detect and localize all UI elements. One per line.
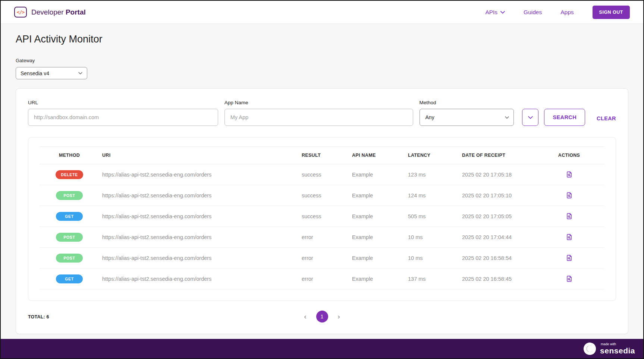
activity-monitor-card: URL App Name Method Any [16, 88, 628, 334]
table-row: POST https://alias-api-tst2.sensedia-eng… [40, 248, 604, 269]
nav-item-apis[interactable]: APIs [485, 9, 505, 16]
latency-cell: 505 ms [405, 206, 459, 227]
latency-cell: 10 ms [405, 248, 459, 269]
column-header-api-name: API NAME [349, 147, 405, 164]
method-badge: POST [56, 191, 83, 200]
api-name-cell: Example [349, 185, 405, 206]
sign-out-button[interactable]: SIGN OUT [593, 6, 630, 19]
file-search-icon [566, 254, 573, 261]
nav-apis-label: APIs [485, 9, 497, 16]
table-row: DELETE https://alias-api-tst2.sensedia-e… [40, 164, 604, 185]
column-header-actions: ACTIONS [534, 147, 604, 164]
filter-row: URL App Name Method Any [28, 100, 616, 126]
table-header-row: METHOD URI RESULT API NAME LATENCY DATE … [40, 147, 604, 164]
method-select[interactable]: Any [420, 109, 514, 126]
file-search-icon [566, 275, 573, 282]
view-trace-button[interactable] [564, 169, 574, 180]
method-label: Method [420, 100, 514, 105]
brand-name: Developer Portal [31, 8, 86, 16]
file-search-icon [566, 192, 573, 199]
api-name-cell: Example [349, 269, 405, 289]
file-search-icon [566, 171, 573, 178]
column-header-result: RESULT [299, 147, 349, 164]
view-trace-button[interactable] [564, 190, 574, 200]
date-cell: 2025 02 20 17:05:18 [459, 164, 534, 185]
method-badge: POST [56, 254, 83, 263]
results-table-card: METHOD URI RESULT API NAME LATENCY DATE … [28, 137, 616, 301]
sensedia-wordmark: sensedia [600, 347, 635, 355]
view-trace-button[interactable] [564, 253, 574, 263]
result-cell: success [299, 206, 349, 227]
date-cell: 2025 02 20 16:58:54 [459, 248, 534, 269]
uri-cell: https://alias-api-tst2.sensedia-eng.com/… [99, 269, 299, 289]
uri-cell: https://alias-api-tst2.sensedia-eng.com/… [99, 185, 299, 206]
chevron-down-icon [500, 11, 505, 14]
api-name-cell: Example [349, 227, 405, 248]
view-trace-button[interactable] [564, 211, 574, 221]
result-cell: error [299, 248, 349, 269]
table-row: GET https://alias-api-tst2.sensedia-eng.… [40, 206, 604, 227]
gateway-select[interactable]: Sensedia v4 [16, 67, 87, 79]
table-row: GET https://alias-api-tst2.sensedia-eng.… [40, 269, 604, 289]
made-with-label: made with [601, 343, 635, 346]
brand[interactable]: </> Developer Portal [14, 7, 86, 18]
uri-cell: https://alias-api-tst2.sensedia-eng.com/… [99, 227, 299, 248]
method-badge: DELETE [56, 170, 83, 179]
url-input[interactable] [28, 109, 218, 126]
top-header: </> Developer Portal APIs Guides Apps SI… [1, 1, 643, 24]
nav-item-apps[interactable]: Apps [560, 9, 574, 16]
latency-cell: 124 ms [405, 185, 459, 206]
next-page-button[interactable]: › [336, 312, 342, 321]
search-button[interactable]: SEARCH [544, 109, 585, 126]
code-logo-icon: </> [14, 7, 27, 18]
date-cell: 2025 02 20 17:04:44 [459, 227, 534, 248]
made-with-sensedia[interactable]: made with sensedia [583, 342, 635, 356]
uri-cell: https://alias-api-tst2.sensedia-eng.com/… [99, 206, 299, 227]
method-badge: GET [56, 274, 83, 283]
latency-cell: 123 ms [405, 164, 459, 185]
column-header-latency: LATENCY [405, 147, 459, 164]
api-name-cell: Example [349, 164, 405, 185]
expand-filters-button[interactable] [522, 109, 538, 126]
date-cell: 2025 02 20 16:58:45 [459, 269, 534, 289]
brand-name-bold: Portal [66, 8, 86, 16]
api-name-cell: Example [349, 248, 405, 269]
latency-cell: 10 ms [405, 227, 459, 248]
file-search-icon [566, 213, 573, 220]
nav-item-guides[interactable]: Guides [524, 9, 542, 16]
url-label: URL [28, 100, 218, 105]
page-1-button[interactable]: 1 [316, 311, 328, 323]
app-name-label: App Name [224, 100, 413, 105]
table-body: DELETE https://alias-api-tst2.sensedia-e… [40, 164, 604, 289]
column-header-uri: URI [99, 147, 299, 164]
table-row: POST https://alias-api-tst2.sensedia-eng… [40, 227, 604, 248]
result-cell: error [299, 227, 349, 248]
date-cell: 2025 02 20 17:05:10 [459, 185, 534, 206]
latency-cell: 137 ms [405, 269, 459, 289]
method-badge: GET [56, 212, 83, 221]
method-badge: POST [56, 233, 83, 242]
pagination-row: TOTAL: 6 ‹ 1 › [28, 311, 616, 324]
app-name-input[interactable] [224, 109, 413, 126]
view-trace-button[interactable] [564, 232, 574, 242]
column-header-date-of-receipt: DATE OF RECEIPT [459, 147, 534, 164]
brand-name-regular: Developer [31, 8, 64, 16]
total-count: TOTAL: 6 [28, 314, 49, 320]
result-cell: error [299, 269, 349, 289]
chevron-down-icon [528, 116, 533, 119]
main-content: API Activity Monitor Gateway Sensedia v4… [1, 24, 643, 339]
date-cell: 2025 02 20 17:05:05 [459, 206, 534, 227]
file-search-icon [566, 233, 573, 241]
result-cell: success [299, 185, 349, 206]
page-footer: made with sensedia [1, 339, 643, 358]
activity-table: METHOD URI RESULT API NAME LATENCY DATE … [40, 146, 604, 289]
top-nav: APIs Guides Apps SIGN OUT [485, 6, 630, 19]
clear-button[interactable]: CLEAR [597, 115, 616, 121]
table-row: POST https://alias-api-tst2.sensedia-eng… [40, 185, 604, 206]
gateway-label: Gateway [16, 58, 628, 63]
sensedia-logo-icon [583, 342, 597, 356]
view-trace-button[interactable] [564, 274, 574, 284]
page-title: API Activity Monitor [16, 34, 628, 45]
result-cell: success [299, 164, 349, 185]
previous-page-button[interactable]: ‹ [303, 312, 308, 321]
